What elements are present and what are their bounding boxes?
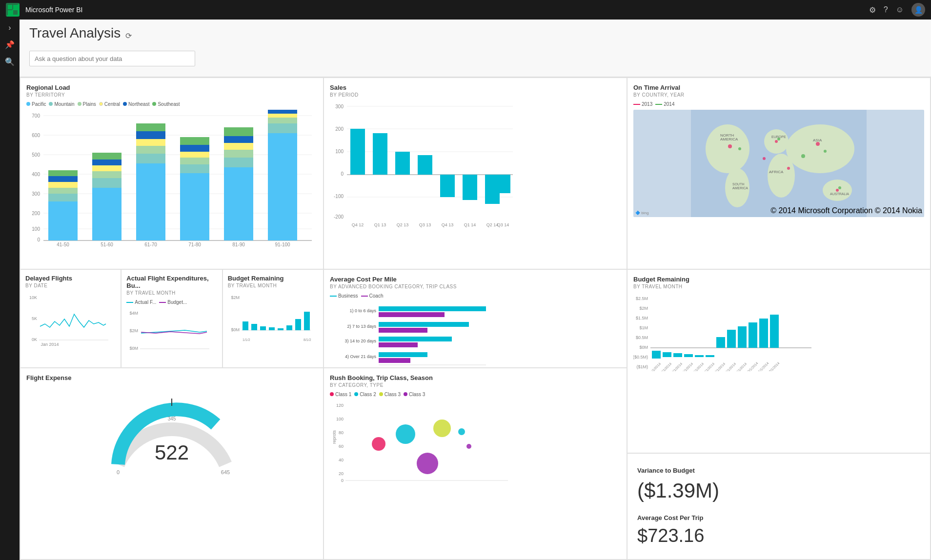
svg-text:$0.30: $0.30 xyxy=(438,367,449,367)
svg-text:5K: 5K xyxy=(32,316,37,321)
svg-point-155 xyxy=(824,150,827,153)
svg-rect-181 xyxy=(684,354,693,357)
svg-point-219 xyxy=(433,420,451,437)
svg-rect-135 xyxy=(379,358,410,363)
topbar-actions: ⚙ ? ☺ 👤 xyxy=(869,3,925,17)
svg-text:$2M: $2M xyxy=(130,328,139,333)
svg-rect-29 xyxy=(92,165,121,171)
svg-text:200: 200 xyxy=(335,126,344,132)
svg-text:2/1/2014: 2/1/2014 xyxy=(660,362,672,371)
actual-chart: $4M $2M $0M 2012 2014 xyxy=(126,308,212,352)
svg-text:3/1/2014: 3/1/2014 xyxy=(671,362,683,371)
svg-rect-126 xyxy=(379,312,445,317)
svg-rect-183 xyxy=(706,355,714,357)
avgcost-chart: 1) 0 to 6 days 2) 7 to 13 days 3) 14 to … xyxy=(330,301,510,367)
svg-text:600: 600 xyxy=(32,133,40,138)
svg-rect-24 xyxy=(48,176,78,182)
search-icon[interactable]: 🔍 xyxy=(5,57,15,66)
variance-title: Variance to Budget xyxy=(637,467,920,474)
svg-rect-119 xyxy=(286,325,292,330)
svg-text:0: 0 xyxy=(341,171,344,177)
svg-rect-44 xyxy=(224,167,253,240)
delayed-subtitle: BY DATE xyxy=(25,283,116,288)
svg-text:8/1/2014: 8/1/2014 xyxy=(725,362,736,371)
svg-text:71-80: 71-80 xyxy=(188,242,201,246)
sales-chart: 300 200 100 0 -100 -200 Q4 12 Q1 13 Q2 1 xyxy=(330,101,515,228)
svg-rect-26 xyxy=(92,188,121,240)
svg-rect-189 xyxy=(770,315,779,348)
svg-point-159 xyxy=(801,154,805,158)
svg-text:$0M: $0M xyxy=(231,327,240,332)
svg-rect-131 xyxy=(379,337,452,341)
svg-text:2) 7 to 13 days: 2) 7 to 13 days xyxy=(347,324,376,329)
actual-expenditures-card: Actual Flight Expenditures, Bu... BY TRA… xyxy=(121,270,222,367)
regional-load-subtitle: BY TERRITORY xyxy=(26,92,317,98)
svg-point-148 xyxy=(786,124,854,173)
svg-text:41-50: 41-50 xyxy=(57,242,69,246)
svg-text:345: 345 xyxy=(168,416,176,421)
svg-rect-116 xyxy=(260,326,266,330)
budget-main-chart: $2.5M $2M $1.5M $1M $0.5M $0M ($0.5M) ($… xyxy=(633,293,814,371)
svg-rect-178 xyxy=(652,351,661,359)
svg-text:1/1/2014: 1/1/2014 xyxy=(649,362,661,371)
avg-cost-trip-value: $723.16 xyxy=(637,525,920,546)
svg-text:AMERICA: AMERICA xyxy=(720,137,738,141)
svg-text:522: 522 xyxy=(155,441,189,464)
svg-text:8/1/2: 8/1/2 xyxy=(304,338,311,341)
svg-text:3) 14 to 20 days: 3) 14 to 20 days xyxy=(344,339,376,343)
svg-point-150 xyxy=(728,144,732,148)
svg-text:$1.5M: $1.5M xyxy=(636,316,648,320)
rush-subtitle: BY CATEGORY, TYPE xyxy=(330,382,621,388)
svg-text:AUSTRALIA: AUSTRALIA xyxy=(830,192,849,196)
svg-rect-3 xyxy=(13,10,18,15)
avgcost-title: Average Cost Per Mile xyxy=(330,276,621,283)
svg-rect-25 xyxy=(48,170,78,176)
svg-text:AMERICA: AMERICA xyxy=(732,186,748,190)
svg-rect-115 xyxy=(251,324,257,330)
svg-rect-36 xyxy=(136,131,165,139)
svg-text:$0.5M: $0.5M xyxy=(636,335,648,340)
svg-text:Q2 13: Q2 13 xyxy=(397,222,409,227)
svg-rect-22 xyxy=(48,188,78,194)
svg-rect-31 xyxy=(92,153,121,160)
ontime-title: On Time Arrival xyxy=(633,84,924,91)
help-icon[interactable]: ? xyxy=(884,5,888,14)
pin-icon[interactable]: 📌 xyxy=(5,40,15,49)
regional-load-card: Regional Load BY TERRITORY Pacific Mount… xyxy=(20,78,323,269)
variance-value: ($1.39M) xyxy=(637,479,920,502)
svg-text:4) Over 21 days: 4) Over 21 days xyxy=(345,354,377,359)
svg-text:0: 0 xyxy=(117,469,120,474)
svg-point-160 xyxy=(763,157,766,160)
settings-icon[interactable]: ⚙ xyxy=(869,5,876,15)
expand-icon[interactable]: › xyxy=(8,23,11,32)
svg-rect-128 xyxy=(379,322,469,327)
smiley-icon[interactable]: ☺ xyxy=(896,5,904,14)
svg-text:($1M): ($1M) xyxy=(636,364,648,369)
svg-rect-74 xyxy=(395,152,410,175)
svg-text:1) 0 to 6 days: 1) 0 to 6 days xyxy=(349,308,376,313)
refresh-icon[interactable]: ⟳ xyxy=(125,31,132,40)
svg-rect-72 xyxy=(350,129,365,175)
svg-rect-188 xyxy=(759,319,768,348)
svg-point-152 xyxy=(775,140,778,143)
app-logo xyxy=(6,3,20,17)
avgcost-card: Average Cost Per Mile BY ADVANCED BOOKIN… xyxy=(324,270,627,367)
svg-text:0K: 0K xyxy=(32,337,37,342)
svg-text:0: 0 xyxy=(341,478,344,483)
user-avatar[interactable]: 👤 xyxy=(911,3,925,17)
svg-text:$0.10: $0.10 xyxy=(395,367,406,367)
svg-rect-114 xyxy=(243,321,248,330)
svg-text:60: 60 xyxy=(339,444,344,449)
qa-input[interactable] xyxy=(29,51,195,66)
svg-text:($0.5M): ($0.5M) xyxy=(633,355,648,360)
svg-text:645: 645 xyxy=(221,469,230,474)
svg-rect-2 xyxy=(8,10,12,15)
svg-point-151 xyxy=(738,147,741,150)
svg-text:$0M: $0M xyxy=(639,345,648,350)
svg-rect-27 xyxy=(92,178,121,188)
svg-rect-179 xyxy=(663,352,671,357)
svg-text:Q4 13: Q4 13 xyxy=(442,222,454,227)
svg-point-217 xyxy=(396,424,415,444)
svg-rect-50 xyxy=(268,133,297,240)
svg-text:80: 80 xyxy=(339,430,344,435)
